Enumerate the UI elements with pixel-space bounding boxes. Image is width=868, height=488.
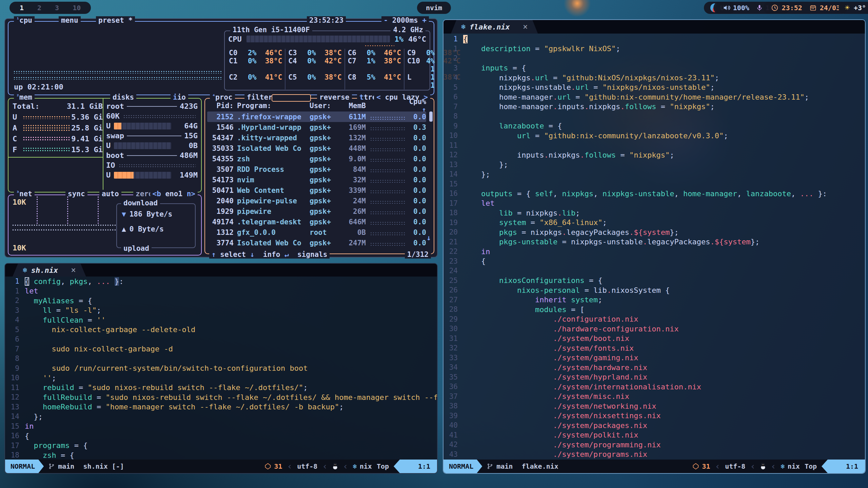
editor-line[interactable]: 13 homeRebuild = "home-manager switch --… [5, 402, 437, 412]
editor-line[interactable]: 38 ./system/networking.nix [443, 401, 865, 411]
editor-line[interactable]: 15 [443, 179, 865, 189]
editor-line[interactable]: 27 inherit system; [443, 295, 865, 305]
editor-line[interactable]: 31 ./system/boot.nix [443, 334, 865, 344]
editor-line[interactable]: 4 nixpkgs.url = "github:NixOS/nixpkgs/ni… [443, 73, 865, 83]
proc-scroll-down-icon[interactable]: ↓ [427, 233, 431, 242]
proc-reverse-button[interactable]: reverse [317, 93, 352, 101]
editor-line[interactable]: 37 ./system/misc.nix [443, 392, 865, 402]
preset-button[interactable]: preset * [96, 16, 135, 24]
editor-line[interactable]: 9 sudo /run/current-system/bin/switch-to… [5, 364, 437, 373]
proc-row[interactable]: 1546.Hyprland-wrappgpsk+169M0.3 [207, 122, 426, 133]
proc-row[interactable]: 49174.telegram-desktgpsk+646M0.0 [207, 217, 426, 227]
proc-row[interactable]: 54173nvimgpsk+32M0.0 [207, 175, 426, 185]
editor-line[interactable]: 3 inputs = { [443, 63, 865, 73]
editor-line[interactable]: 3 ll = "ls -l"; [5, 306, 437, 316]
proc-row[interactable]: 3507RDD Processgpsk+84M0.0 [207, 164, 426, 175]
editor-line[interactable]: 39 ./system/nixsettings.nix [443, 411, 865, 421]
editor-line[interactable]: 8 [5, 354, 437, 364]
proc-row[interactable]: 35033Isolated Web Cogpsk+448M0.0 [207, 143, 426, 154]
menu-button[interactable]: menu [59, 16, 81, 24]
proc-row[interactable]: 2152.firefox-wrappegpsk+611M0.0 [207, 111, 426, 122]
editor-line[interactable]: 33 ./system/gaming.nix [443, 353, 865, 363]
net-box-title[interactable]: ³net [14, 190, 35, 198]
proc-scrollbar-thumb[interactable] [429, 111, 433, 122]
tab-flake-nix[interactable]: ❄ flake.nix × [451, 20, 538, 34]
editor-line[interactable]: 11 [443, 141, 865, 150]
editor-line[interactable]: 5 nix-collect-garbage --delete-old [5, 325, 437, 335]
editor-line[interactable]: 6 home-manager.url = "github:nix-communi… [443, 92, 865, 102]
editor-line[interactable]: 2 myAliases = { [5, 296, 437, 306]
proc-row[interactable]: 1929pipewiregpsk+26M0.0 [207, 206, 426, 217]
editor-line[interactable]: 10 ''; [5, 373, 437, 383]
editor-line[interactable]: 21 pkgs-unstable = nixpkgs-unstable.lega… [443, 237, 865, 247]
update-interval-control[interactable]: - 2000ms + [381, 16, 429, 24]
proc-row[interactable]: 3774Isolated Web Cogpsk+247M0.0 [207, 238, 426, 248]
proc-row[interactable]: 54347.kitty-wrappedgpsk+132M0.0 [207, 133, 426, 143]
proc-row[interactable]: 50471Web Contentgpsk+339M0.0 [207, 185, 426, 196]
workspace-2[interactable]: 2 [37, 4, 41, 12]
tab-close-icon[interactable]: × [523, 22, 528, 32]
editor-line[interactable]: 16{ [5, 431, 437, 441]
proc-filter-button[interactable]: filter [244, 93, 275, 101]
code-area[interactable]: 1{ config, pkgs, ... }:1let2 myAliases =… [5, 277, 437, 460]
editor-line[interactable]: 26 nixos-personal = lib.nixosSystem { [443, 285, 865, 295]
editor-line[interactable]: 14 }; [5, 412, 437, 422]
editor-line[interactable]: 2 [443, 54, 865, 63]
editor-line[interactable]: 17 let [443, 199, 865, 208]
editor-line[interactable]: 1 description = "gpskwlkr NixOS"; [443, 44, 865, 54]
editor-line[interactable]: 8 [443, 111, 865, 121]
editor-line[interactable]: 36 ./system/internationalisation.nix [443, 382, 865, 392]
workspace-1[interactable]: 1 [20, 4, 24, 12]
net-sync-button[interactable]: sync [65, 190, 87, 198]
editor-line[interactable]: 25 nixosConfigurations = { [443, 276, 865, 286]
proc-row[interactable]: 1312gfx_0.0.0root0B0.0 [207, 227, 426, 238]
net-interface-selector[interactable]: <b eno1 n> [150, 190, 198, 198]
proc-box-title[interactable]: ⁴proc [210, 93, 235, 101]
editor-line[interactable]: 1{ config, pkgs, ... }: [5, 277, 437, 286]
editor-line[interactable]: 34 ./system/hardware.nix [443, 363, 865, 372]
code-area[interactable]: 1{1 description = "gpskwlkr NixOS";23 in… [443, 34, 865, 460]
proc-row[interactable]: 54355zshgpsk+9.0M0.0 [207, 154, 426, 164]
editor-line[interactable]: 41 ./system/polkit.nix [443, 430, 865, 440]
editor-line[interactable]: 13 }; [443, 160, 865, 170]
editor-line[interactable]: 42 ./system/programming.nix [443, 440, 865, 450]
editor-line[interactable]: 30 ./hardware-configuration.nix [443, 324, 865, 334]
editor-line[interactable]: 15in [5, 422, 437, 431]
editor-line[interactable]: 10 url = "github:nix-community/lanzaboot… [443, 131, 865, 141]
editor-line[interactable]: 9 lanzaboote = { [443, 121, 865, 131]
editor-line[interactable]: 32 ./system/fonts.nix [443, 343, 865, 353]
editor-line[interactable]: 35 ./system/hyprland.nix [443, 372, 865, 382]
editor-line[interactable]: 7 home-manager.inputs.nixpkgs.follows = … [443, 102, 865, 112]
editor-line[interactable]: 18 lib = nixpkgs.lib; [443, 208, 865, 218]
editor-line[interactable]: 12 inputs.nixpkgs.follows = "nixpkgs"; [443, 150, 865, 160]
editor-line[interactable]: 24 [443, 266, 865, 276]
workspace-3[interactable]: 3 [55, 4, 59, 12]
weather-pill[interactable]: ☀ +3° [839, 2, 868, 14]
editor-line[interactable]: 22 in [443, 247, 865, 257]
clock-pill[interactable]: 23:52 24/03 [764, 2, 848, 14]
editor-line[interactable]: 19 system = "x86_64-linux"; [443, 218, 865, 228]
editor-line[interactable]: 14 }; [443, 169, 865, 179]
proc-row[interactable]: 2040pipewire-pulsegpsk+24M0.0 [207, 196, 426, 206]
editor-line[interactable]: 23 { [443, 257, 865, 266]
editor-line[interactable]: 7 sudo nix-collect-garbage -d [5, 344, 437, 354]
mem-box-title[interactable]: ²mem [14, 93, 35, 101]
workspace-10[interactable]: 10 [73, 4, 81, 12]
editor-line[interactable]: 1{ [443, 34, 865, 44]
editor-line[interactable]: 43 ./system/programs.nix [443, 450, 865, 460]
editor-line[interactable]: 1let [5, 286, 437, 296]
editor-line[interactable]: 40 ./system/packages.nix [443, 421, 865, 430]
editor-line[interactable]: 28 modules = [ [443, 305, 865, 314]
editor-line[interactable]: 6 [5, 334, 437, 344]
editor-line[interactable]: 12 fullRebuild = "sudo nixos-rebuild swi… [5, 392, 437, 402]
proc-footer-actions[interactable]: ↑ select ↓ info ↵ signals [209, 250, 330, 259]
cpu-box-title[interactable]: ¹cpu [14, 16, 35, 24]
editor-line[interactable]: 18 zsh = { [5, 450, 437, 460]
tab-sh-nix[interactable]: ❄ sh.nix × [13, 264, 86, 277]
net-auto-button[interactable]: auto [99, 190, 121, 198]
editor-line[interactable]: 29 ./configuration.nix [443, 314, 865, 324]
tab-close-icon[interactable]: × [71, 265, 76, 275]
editor-line[interactable]: 11 rebuild = "sudo nixos-rebuild switch … [5, 383, 437, 393]
editor-line[interactable]: 4 fullClean = '' [5, 315, 437, 325]
editor-line[interactable]: 20 pkgs = nixpkgs.legacyPackages.${syste… [443, 227, 865, 237]
